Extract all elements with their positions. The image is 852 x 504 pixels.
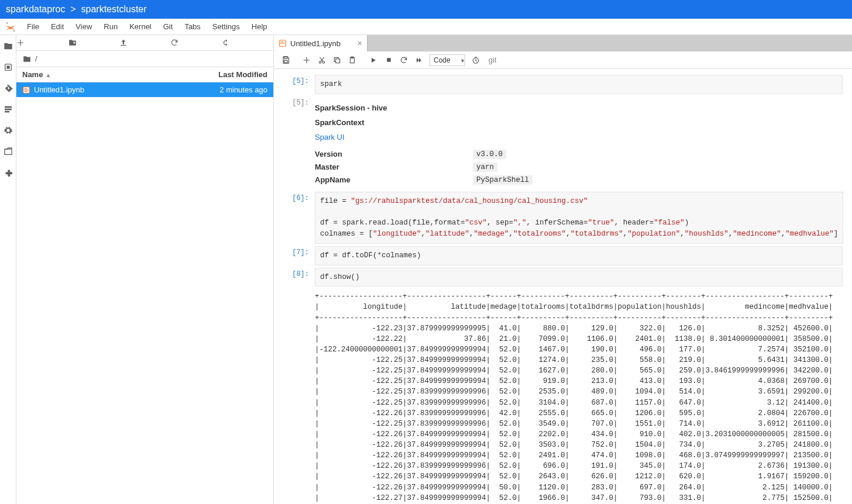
jupyter-logo-icon [4,20,18,34]
tabs-icon[interactable] [3,146,13,157]
prompt-in: [7]: [274,246,315,265]
cell-7-input[interactable]: [7]: df = df.toDF(*colnames) [274,245,852,267]
menu-run[interactable]: Run [98,20,123,33]
code-input[interactable]: df.show() [315,268,843,287]
cut-button[interactable] [315,53,329,67]
tab-strip: Untitled1.ipynb × [274,35,852,51]
settings-gear-icon[interactable] [3,125,13,136]
left-icon-bar [0,35,16,504]
svg-rect-13 [25,91,28,91]
svg-rect-15 [281,42,284,42]
menu-settings[interactable]: Settings [207,20,246,33]
prompt-out: [5]: [274,96,315,189]
folder-icon[interactable] [3,41,13,51]
menu-git[interactable]: Git [157,20,179,33]
restart-run-all-button[interactable] [412,53,426,67]
save-button[interactable] [279,53,293,67]
menu-help[interactable]: Help [246,20,273,33]
svg-rect-24 [387,58,390,61]
col-name-header[interactable]: Name▲ [22,70,218,79]
refresh-button[interactable] [170,35,222,50]
breadcrumb-leaf[interactable]: sparktestcluster [81,4,147,14]
git-toolbar-label[interactable]: git [489,56,497,64]
svg-rect-4 [5,106,12,108]
notebook-file-icon [22,86,30,94]
breadcrumb-root[interactable]: sparkdataproc [6,4,65,14]
svg-point-1 [13,30,15,31]
code-input[interactable]: file = "gs://rahulsparktest/data/cal_hou… [315,192,843,244]
cell-5-input[interactable]: [5]: spark [274,74,852,95]
svg-rect-18 [284,60,287,63]
git-icon[interactable] [3,83,13,94]
svg-rect-9 [74,42,74,44]
svg-rect-17 [284,57,287,58]
breadcrumb: sparkdataproc > sparktestcluster [0,0,852,19]
cell-type-select[interactable]: Code [427,56,468,64]
insert-cell-button[interactable] [300,53,314,67]
timing-icon[interactable] [469,53,483,67]
file-browser: / Name▲ Last Modified Untitled1.ipynb 2 … [16,35,274,504]
upload-button[interactable] [119,35,171,50]
path-slash: / [35,54,37,63]
col-modified-header[interactable]: Last Modified [218,70,267,79]
file-name: Untitled1.ipynb [34,85,84,94]
kv-version-val: v3.0.0 [473,150,506,159]
notebook-body: [5]: spark [5]: SparkSession - hive Spar… [274,69,852,504]
cell-5-output: [5]: SparkSession - hive SparkContext Sp… [274,95,852,191]
git-clone-button[interactable] [222,35,273,50]
menu-bar: File Edit View Run Kernel Git Tabs Setti… [0,19,852,35]
commands-icon[interactable] [3,104,13,115]
notebook-toolbar: Code git [274,51,852,69]
prompt-in: [8]: [274,268,315,287]
interrupt-button[interactable] [382,53,396,67]
menu-file[interactable]: File [21,20,45,33]
kv-master-val: yarn [473,163,497,172]
cell-8-input[interactable]: [8]: df.show() [274,267,852,288]
output-text: +-------------------+------------------+… [315,291,843,504]
new-folder-button[interactable] [68,35,119,50]
svg-point-0 [6,22,8,24]
breadcrumb-sep: > [70,4,75,14]
menu-kernel[interactable]: Kernel [123,20,157,33]
file-toolbar [16,35,273,51]
svg-rect-16 [281,43,285,43]
svg-rect-12 [25,89,29,90]
new-launcher-button[interactable] [16,35,68,50]
notebook-tab-icon [279,39,287,47]
svg-rect-21 [336,58,340,63]
kv-version-key: Version [315,150,473,159]
tab-untitled1[interactable]: Untitled1.ipynb × [274,35,367,51]
svg-rect-3 [6,65,9,68]
spark-session-title: SparkSession - hive [315,103,843,112]
file-path[interactable]: / [16,51,273,67]
restart-button[interactable] [397,53,411,67]
tab-title: Untitled1.ipynb [290,39,341,48]
prompt-out [274,289,315,504]
cell-6-input[interactable]: [6]: file = "gs://rahulsparktest/data/ca… [274,191,852,245]
code-input[interactable]: spark [315,75,843,94]
code-input[interactable]: df = df.toDF(*colnames) [315,246,843,265]
file-modified: 2 minutes ago [219,85,267,94]
content-area: Untitled1.ipynb × Code git [ [274,35,852,504]
menu-view[interactable]: View [70,20,98,33]
copy-button[interactable] [330,53,344,67]
folder-path-icon [22,55,32,63]
kv-master-key: Master [315,163,473,172]
spark-ui-link[interactable]: Spark UI [315,133,345,141]
prompt-in: [6]: [274,192,315,244]
file-row[interactable]: Untitled1.ipynb 2 minutes ago [16,82,273,97]
close-icon[interactable]: × [358,39,362,48]
svg-rect-6 [5,111,9,113]
spark-context-title: SparkContext [315,118,843,127]
menu-tabs[interactable]: Tabs [178,20,206,33]
running-icon[interactable] [3,62,13,73]
prompt-in: [5]: [274,75,315,94]
run-button[interactable] [366,53,380,67]
paste-button[interactable] [345,53,359,67]
kv-appname-key: AppName [315,175,473,185]
menu-edit[interactable]: Edit [45,20,70,33]
file-list-header: Name▲ Last Modified [16,67,273,82]
svg-rect-5 [5,109,12,111]
extension-icon[interactable] [3,167,13,178]
cell-8-output: +-------------------+------------------+… [274,288,852,504]
